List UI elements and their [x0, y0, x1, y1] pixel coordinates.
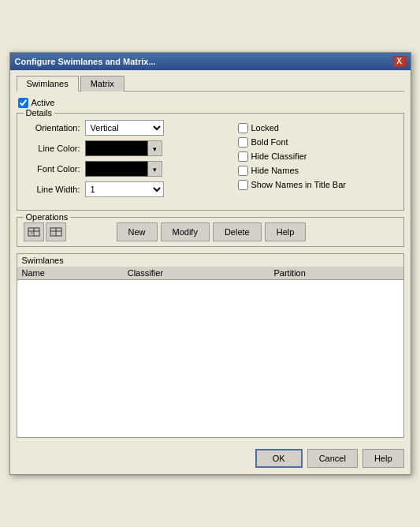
- hide-classifier-label: Hide Classifier: [251, 151, 307, 161]
- bold-font-row: Bold Font: [238, 137, 396, 148]
- orientation-row: Orientation: Vertical: [25, 120, 206, 136]
- locked-row: Locked: [238, 123, 396, 133]
- add-swimlane-icon: +: [28, 226, 40, 238]
- bold-font-checkbox[interactable]: [238, 137, 248, 148]
- show-names-row: Show Names in Title Bar: [238, 180, 396, 190]
- col-name: Name: [17, 267, 123, 280]
- svg-text:+: +: [30, 230, 33, 236]
- font-color-control: ▾: [85, 161, 162, 177]
- swimlanes-thead: Name Classifier Partition: [17, 267, 403, 280]
- line-width-select[interactable]: 1: [85, 181, 164, 197]
- hide-names-checkbox[interactable]: [238, 166, 248, 176]
- bottom-buttons: OK Cancel Help: [17, 446, 404, 468]
- ops-buttons: New Modify Delete Help: [117, 222, 307, 241]
- details-inner: Orientation: Vertical Line Color: ▾ F: [25, 120, 396, 202]
- help-bottom-button[interactable]: Help: [362, 449, 404, 468]
- font-color-dropdown[interactable]: ▾: [148, 161, 162, 177]
- tab-bar: Swimlanes Matrix: [17, 75, 404, 92]
- delete-button[interactable]: Delete: [213, 222, 262, 241]
- details-group-label: Details: [24, 108, 55, 118]
- line-color-dropdown[interactable]: ▾: [148, 140, 162, 156]
- active-checkbox-row: Active: [18, 98, 404, 108]
- active-label: Active: [32, 98, 55, 107]
- new-button[interactable]: New: [117, 222, 158, 241]
- modify-button[interactable]: Modify: [161, 222, 210, 241]
- col-classifier: Classifier: [123, 267, 269, 280]
- help-ops-button[interactable]: Help: [265, 222, 307, 241]
- font-color-row: Font Color: ▾: [25, 161, 206, 177]
- orientation-label: Orientation:: [25, 123, 80, 133]
- operations-inner: + - New Modify Delete: [24, 222, 397, 241]
- line-width-label: Line Width:: [25, 185, 80, 194]
- active-checkbox[interactable]: [18, 98, 28, 108]
- details-right: Locked Bold Font Hide Classifier Hi: [214, 120, 396, 202]
- line-color-control: ▾: [85, 140, 162, 156]
- ops-icon-2[interactable]: -: [46, 222, 66, 241]
- locked-label: Locked: [251, 123, 279, 133]
- right-checkboxes: Locked Bold Font Hide Classifier Hi: [238, 123, 396, 190]
- show-names-label: Show Names in Title Bar: [251, 180, 346, 189]
- tab-matrix[interactable]: Matrix: [80, 76, 125, 92]
- line-color-label: Line Color:: [25, 144, 80, 153]
- ops-icon-1[interactable]: +: [24, 222, 44, 241]
- hide-classifier-checkbox[interactable]: [238, 151, 248, 162]
- hide-names-label: Hide Names: [251, 166, 299, 175]
- operations-group: Operations +: [17, 217, 404, 247]
- close-button[interactable]: X: [393, 56, 406, 67]
- empty-row: [17, 279, 403, 437]
- hide-names-row: Hide Names: [238, 166, 396, 176]
- orientation-select[interactable]: Vertical: [85, 120, 164, 136]
- show-names-checkbox[interactable]: [238, 180, 248, 190]
- line-color-row: Line Color: ▾: [25, 140, 206, 156]
- col-partition: Partition: [269, 267, 403, 280]
- operations-label: Operations: [24, 212, 71, 222]
- details-group: Details Orientation: Vertical Line Color…: [17, 113, 404, 211]
- details-left: Orientation: Vertical Line Color: ▾ F: [25, 120, 206, 202]
- configure-dialog: Configure Swimlanes and Matrix... X Swim…: [9, 52, 411, 476]
- line-width-row: Line Width: 1: [25, 181, 206, 197]
- title-bar: Configure Swimlanes and Matrix... X: [10, 53, 411, 70]
- tab-swimlanes[interactable]: Swimlanes: [17, 76, 79, 92]
- hide-classifier-row: Hide Classifier: [238, 151, 396, 162]
- line-color-btn[interactable]: [85, 140, 148, 156]
- font-color-btn[interactable]: [85, 161, 148, 177]
- locked-checkbox[interactable]: [238, 123, 248, 133]
- swimlanes-header-row: Name Classifier Partition: [17, 267, 403, 280]
- swimlanes-section: Swimlanes Name Classifier Partition: [17, 253, 404, 439]
- bold-font-label: Bold Font: [251, 137, 288, 147]
- ops-icons: + -: [24, 222, 66, 241]
- swimlanes-section-title: Swimlanes: [17, 254, 403, 267]
- cancel-button[interactable]: Cancel: [307, 449, 358, 468]
- font-color-label: Font Color:: [25, 164, 80, 174]
- remove-swimlane-icon: -: [50, 226, 62, 238]
- dialog-body: Swimlanes Matrix Active Details Orientat…: [10, 70, 411, 475]
- ok-button[interactable]: OK: [255, 449, 303, 468]
- swimlanes-tbody: [17, 279, 403, 437]
- dialog-title: Configure Swimlanes and Matrix...: [15, 57, 156, 66]
- swimlanes-table: Name Classifier Partition: [17, 267, 403, 438]
